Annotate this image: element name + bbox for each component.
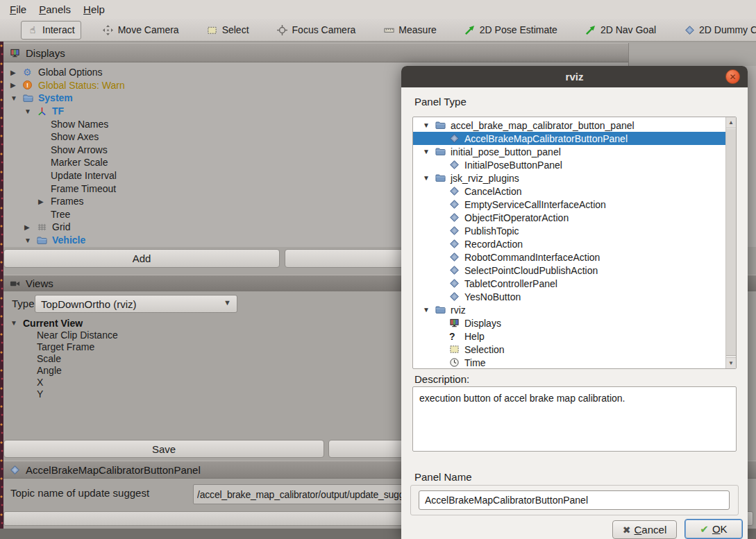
tool-move-camera[interactable]: Move Camera: [96, 21, 185, 40]
tree-row-accel-brake-map-calibrator-button-panel[interactable]: ▼accel_brake_map_calibrator_button_panel: [413, 119, 726, 132]
tool-focus-camera[interactable]: Focus Camera: [271, 21, 362, 40]
tool-label: 2D Dummy Car: [699, 24, 756, 35]
plugin-diamond-icon: [449, 225, 464, 237]
tree-row-label: YesNoButton: [464, 291, 521, 302]
expander-open-icon[interactable]: ▼: [23, 108, 37, 115]
tree-row-label: Scale: [37, 353, 61, 364]
tree-row-jsk-rviz-plugins[interactable]: ▼jsk_rviz_plugins: [413, 171, 726, 185]
panel-name-input[interactable]: [419, 490, 730, 510]
tree-row-objectfitoperatoraction[interactable]: ObjectFitOperatorAction: [413, 211, 726, 224]
tree-row-label: Help: [464, 331, 485, 342]
close-icon[interactable]: ✕: [725, 69, 740, 84]
tree-row-robotcommandinterfaceaction[interactable]: RobotCommandInterfaceAction: [413, 250, 726, 264]
tree-row-rviz[interactable]: ▼rviz: [413, 303, 726, 316]
tool-label: Focus Camera: [292, 24, 356, 35]
expander-closed-icon[interactable]: ▶: [9, 81, 23, 89]
tree-row-label: rviz: [451, 305, 466, 316]
folder-icon: [435, 305, 451, 316]
tree-row-help[interactable]: ?Help: [413, 330, 726, 343]
tree-row-label: Show Axes: [51, 131, 99, 142]
tree-row-label: PublishTopic: [464, 225, 519, 237]
menu-help[interactable]: Help: [77, 3, 111, 15]
tree-row-time[interactable]: Time: [413, 356, 726, 369]
expander-open-icon[interactable]: ▼: [9, 319, 23, 327]
expander-open-icon[interactable]: ▼: [421, 174, 435, 182]
calibrator-panel-title: AccelBrakeMapCalibratorButtonPanel: [26, 464, 201, 476]
folder-icon: [37, 234, 52, 246]
view-type-label: Type:: [12, 298, 37, 309]
expander-closed-icon[interactable]: ▶: [9, 69, 23, 76]
tree-row-label: Update Interval: [51, 170, 117, 181]
folder-icon: [435, 120, 451, 131]
tree-row-publishtopic[interactable]: PublishTopic: [413, 224, 726, 237]
tree-row-selection[interactable]: Selection: [413, 343, 726, 356]
gear-icon: ⚙: [23, 67, 38, 78]
dialog-titlebar[interactable]: rviz ✕: [401, 66, 748, 87]
tree-row-recordaction[interactable]: RecordAction: [413, 237, 726, 250]
rviz-window: FilePanelsHelp ☝InteractMove CameraSelec…: [0, 0, 756, 539]
expander-closed-icon[interactable]: ▶: [37, 198, 51, 205]
add-display-button[interactable]: Add: [3, 249, 280, 268]
tree-row-label: Target Frame: [37, 341, 94, 352]
view-type-combobox[interactable]: TopDownOrtho (rviz) ▼: [35, 295, 237, 313]
ok-button[interactable]: ✔ OK: [684, 519, 743, 539]
monitor-icon: [449, 318, 464, 329]
scrollbar-thumb[interactable]: [726, 129, 736, 356]
menu-file[interactable]: File: [3, 3, 33, 15]
plugin-diamond-icon: [449, 133, 464, 144]
tree-row-label: Time: [464, 357, 486, 368]
tool-measure[interactable]: Measure: [377, 21, 442, 40]
tool-2d-dummy-car[interactable]: 2D Dummy Car: [678, 21, 756, 40]
ok-button-label: OK: [712, 523, 728, 535]
tool-select[interactable]: Select: [201, 21, 255, 40]
tree-row-selectpointcloudpublishaction[interactable]: SelectPointCloudPublishAction: [413, 264, 726, 277]
plugin-diamond-icon: [449, 278, 464, 289]
expander-open-icon[interactable]: ▼: [421, 121, 435, 129]
cancel-button[interactable]: ✖ Cancel: [612, 520, 677, 539]
tree-row-accelbrakemapcalibratorbuttonpanel[interactable]: AccelBrakeMapCalibratorButtonPanel: [413, 132, 726, 145]
scroll-down-icon[interactable]: [726, 357, 736, 368]
expander-open-icon[interactable]: ▼: [23, 237, 37, 244]
tree-row-label: ObjectFitOperatorAction: [464, 212, 569, 223]
tree-row-emptyservicecallinterfaceaction[interactable]: EmptyServiceCallInterfaceAction: [413, 198, 726, 211]
tool-label: Move Camera: [118, 24, 179, 35]
plugin-diamond-icon: [449, 160, 464, 171]
plugin-diamond-icon: [684, 24, 695, 35]
tree-row-initialposebuttonpanel[interactable]: InitialPoseButtonPanel: [413, 158, 726, 171]
tree-row-label: EmptyServiceCallInterfaceAction: [464, 199, 606, 210]
tree-row-label: TF: [52, 105, 64, 117]
panel-type-tree: ▼accel_brake_map_calibrator_button_panel…: [412, 117, 737, 369]
scroll-up-icon[interactable]: [726, 117, 736, 128]
ok-check-icon: ✔: [700, 523, 709, 536]
toolbar: ☝InteractMove CameraSelectFocus CameraMe…: [0, 19, 756, 42]
tool-interact[interactable]: ☝Interact: [21, 21, 81, 40]
expander-open-icon[interactable]: ▼: [421, 148, 435, 155]
tree-row-displays[interactable]: Displays: [413, 316, 726, 330]
tree-row-label: RecordAction: [464, 239, 523, 250]
tree-row-label: Frames: [51, 196, 83, 207]
tree-row-initial-pose-button-panel[interactable]: ▼initial_pose_button_panel: [413, 145, 726, 158]
scrollbar[interactable]: [725, 117, 736, 368]
tool-2d-pose-estimate[interactable]: 2D Pose Estimate: [458, 21, 564, 40]
tree-row-label: CancelAction: [464, 186, 522, 197]
save-button-label: Save: [152, 443, 176, 455]
tool-2d-nav-goal[interactable]: 2D Nav Goal: [579, 21, 662, 40]
tree-row-yesnobutton[interactable]: YesNoButton: [413, 290, 726, 303]
displays-panel-title: Displays: [26, 47, 65, 59]
move-camera-icon: [103, 24, 114, 35]
tree-row-cancelaction[interactable]: CancelAction: [413, 185, 726, 198]
folder-icon: [435, 173, 451, 184]
tree-row-label: Grid: [52, 221, 70, 232]
green-arrow-icon: [464, 24, 476, 35]
tool-label: 2D Pose Estimate: [480, 24, 557, 35]
save-view-button[interactable]: Save: [3, 440, 324, 458]
expander-open-icon[interactable]: ▼: [9, 94, 23, 102]
menu-panels[interactable]: Panels: [33, 3, 77, 15]
expander-open-icon[interactable]: ▼: [421, 306, 435, 314]
tree-row-tabletcontrollerpanel[interactable]: TabletControllerPanel: [413, 277, 726, 290]
tree-row-label: Vehicle: [52, 234, 85, 246]
tree-row-label: Global Status: Warn: [38, 80, 125, 91]
selection-box-icon: [449, 344, 464, 355]
expander-closed-icon[interactable]: ▶: [23, 223, 37, 231]
tree-row-label: SelectPointCloudPublishAction: [464, 265, 598, 276]
